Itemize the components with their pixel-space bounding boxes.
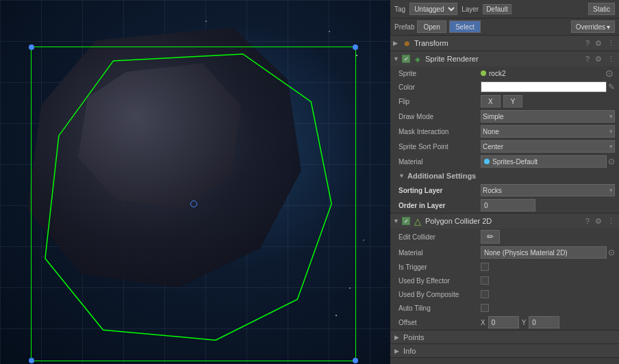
tag-select[interactable]: Untagged <box>409 3 457 15</box>
sprite-ref: rock2 ⊙ <box>481 68 615 79</box>
material-row: Material Sprites-Default ⊙ <box>390 154 619 169</box>
sprite-renderer-more-icon[interactable]: ⋮ <box>606 55 616 64</box>
polygon-collider-header-icons: ? ⚙ ⋮ <box>584 217 616 226</box>
edit-collider-label: Edit Collider <box>399 233 481 241</box>
collider-material-name: None (Physics Material 2D) <box>484 249 603 257</box>
transform-collapse-icon: ▶ <box>393 40 400 47</box>
transform-icon: ⊕ <box>402 38 412 48</box>
sprite-sort-point-label: Sprite Sort Point <box>399 143 481 151</box>
offset-label: Offset <box>399 319 481 326</box>
edit-collider-pencil-icon: ✏ <box>487 232 494 242</box>
star <box>349 287 351 289</box>
used-by-composite-label: Used By Composite <box>399 291 481 298</box>
order-in-layer-row: Order in Layer <box>390 198 619 213</box>
star <box>329 31 330 32</box>
material-select-icon[interactable]: ⊙ <box>608 157 615 166</box>
sprite-renderer-help-icon[interactable]: ? <box>584 55 591 63</box>
points-section[interactable]: ▶ Points <box>390 330 619 344</box>
mask-interaction-value: None ▾ <box>481 125 615 138</box>
sorting-layer-chevron-icon: ▾ <box>609 187 613 194</box>
material-ref: Sprites-Default <box>481 155 607 168</box>
color-swatch[interactable] <box>481 81 607 92</box>
sprite-sort-point-text: Center <box>483 143 503 151</box>
star <box>205 21 207 22</box>
edit-collider-row: Edit Collider ✏ <box>390 229 619 245</box>
top-bar: Tag Untagged Layer Default Static <box>390 0 619 18</box>
used-by-composite-checkbox[interactable] <box>481 290 489 298</box>
sprite-sort-point-dropdown[interactable]: Center ▾ <box>481 140 615 153</box>
mask-interaction-row: Mask Interaction None ▾ <box>390 124 619 139</box>
sorting-layer-dropdown[interactable]: Rocks ▾ <box>481 184 615 196</box>
offset-x-input[interactable] <box>488 316 519 328</box>
used-by-effector-value <box>481 276 615 285</box>
polygon-collider-header[interactable]: ▼ ✓ △ Polygon Collider 2D ? ⚙ ⋮ <box>390 213 619 229</box>
order-in-layer-value <box>481 199 615 211</box>
tag-label: Tag <box>394 5 405 13</box>
polygon-collider-help-icon[interactable]: ? <box>584 217 591 225</box>
transform-header-icons: ? ⚙ ⋮ <box>584 39 616 48</box>
sprite-renderer-title: Sprite Renderer <box>425 55 584 63</box>
sprite-renderer-icon: ◈ <box>413 54 422 64</box>
polygon-collider-icon: △ <box>413 216 422 226</box>
sprite-renderer-checkbox[interactable]: ✓ <box>402 55 410 63</box>
edit-collider-button[interactable]: ✏ <box>481 230 500 244</box>
select-button[interactable]: Select <box>449 21 481 33</box>
color-picker-icon[interactable]: ✎ <box>608 82 615 92</box>
transform-more-icon[interactable]: ⋮ <box>606 39 616 48</box>
open-button[interactable]: Open <box>417 21 446 33</box>
transform-settings-icon[interactable]: ⚙ <box>594 39 603 48</box>
polygon-collider-settings-icon[interactable]: ⚙ <box>594 217 603 226</box>
draw-mode-text: Simple <box>483 113 504 120</box>
flip-y-button[interactable]: Y <box>503 95 523 107</box>
is-trigger-label: Is Trigger <box>399 263 481 271</box>
sprite-name: rock2 <box>489 70 601 77</box>
transform-help-icon[interactable]: ? <box>584 39 591 47</box>
draw-mode-dropdown[interactable]: Simple ▾ <box>481 110 615 122</box>
flip-x-button[interactable]: X <box>481 95 501 107</box>
auto-tiling-value <box>481 304 615 312</box>
polygon-collider-more-icon[interactable]: ⋮ <box>606 217 616 226</box>
additional-settings-header[interactable]: ▼ Additional Settings <box>390 169 619 183</box>
transform-header[interactable]: ▶ ⊕ Transform ? ⚙ ⋮ <box>390 36 619 51</box>
sprite-dot-icon <box>481 70 486 76</box>
star <box>356 55 357 56</box>
sprite-pick-icon[interactable]: ⊙ <box>604 68 615 79</box>
color-row: Color ✎ <box>390 80 619 94</box>
offset-x-label: X <box>481 319 485 326</box>
flip-row: Flip X Y <box>390 94 619 109</box>
info-label: Info <box>403 347 416 355</box>
is-trigger-value <box>481 263 615 271</box>
points-collapse-icon: ▶ <box>394 334 401 341</box>
overrides-button[interactable]: Overrides ▾ <box>571 21 615 33</box>
info-section[interactable]: ▶ Info <box>390 344 619 358</box>
sprite-renderer-settings-icon[interactable]: ⚙ <box>594 55 603 64</box>
order-in-layer-input[interactable] <box>481 199 535 211</box>
sprite-renderer-header[interactable]: ▼ ✓ ◈ Sprite Renderer ? ⚙ ⋮ <box>390 51 619 66</box>
material-name: Sprites-Default <box>492 158 603 166</box>
sorting-layer-row: Sorting Layer Rocks ▾ <box>390 183 619 198</box>
mask-interaction-dropdown[interactable]: None ▾ <box>481 125 615 138</box>
sprite-sort-point-row: Sprite Sort Point Center ▾ <box>390 139 619 154</box>
polygon-collider-collapse-icon: ▼ <box>393 218 400 224</box>
collider-material-value: None (Physics Material 2D) ⊙ <box>481 246 615 259</box>
collider-material-select-icon[interactable]: ⊙ <box>608 248 615 257</box>
offset-y-input[interactable] <box>529 316 559 328</box>
points-label: Points <box>403 333 425 341</box>
overrides-chevron-icon: ▾ <box>607 23 610 31</box>
auto-tiling-checkbox[interactable] <box>481 304 489 312</box>
mask-interaction-label: Mask Interaction <box>399 128 481 135</box>
polygon-collider-checkbox[interactable]: ✓ <box>402 217 410 225</box>
mask-interaction-text: None <box>483 128 499 135</box>
info-collapse-icon: ▶ <box>394 348 401 354</box>
flip-label: Flip <box>399 98 481 105</box>
used-by-effector-checkbox[interactable] <box>481 276 489 285</box>
mask-interaction-chevron-icon: ▾ <box>609 128 613 135</box>
star <box>336 315 337 316</box>
static-button[interactable]: Static <box>588 3 615 15</box>
order-in-layer-label: Order in Layer <box>399 202 481 209</box>
additional-settings-title: Additional Settings <box>407 172 476 180</box>
sprite-label: Sprite <box>399 70 481 77</box>
is-trigger-checkbox[interactable] <box>481 263 489 271</box>
sprite-sort-point-chevron-icon: ▾ <box>609 143 613 150</box>
auto-tiling-row: Auto Tiling <box>390 301 619 315</box>
